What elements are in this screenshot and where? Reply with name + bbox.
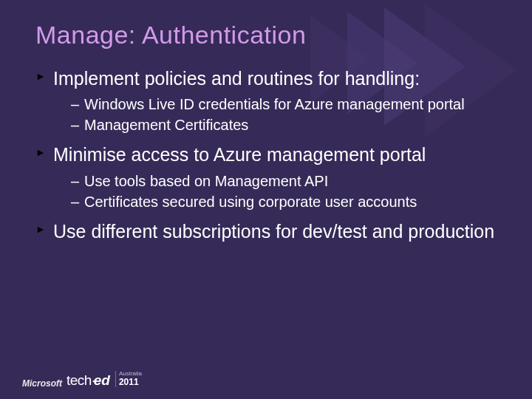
bullet-level1: Implement policies and routines for hand… [35, 67, 502, 90]
region-label: Australia 2011 [115, 371, 142, 387]
bullet-level2: Use tools based on Management API [71, 171, 502, 191]
bullet-list: Implement policies and routines for hand… [35, 67, 502, 243]
slide: Manage: Authentication Implement policie… [0, 0, 532, 399]
bullet-level1: Use different subscriptions for dev/test… [35, 220, 502, 243]
footer-logo: Microsoft tech· ed Australia 2011 [22, 371, 142, 389]
slide-title: Manage: Authentication [35, 21, 502, 50]
bullet-level2: Management Certificates [71, 115, 502, 134]
bullet-level1: Minimise access to Azure management port… [35, 143, 502, 166]
bullet-level2: Windows Live ID credentials for Azure ma… [71, 95, 502, 114]
bullet-level2: Certificates secured using corporate use… [71, 192, 502, 211]
teched-wordmark: tech· ed [66, 372, 110, 389]
microsoft-wordmark: Microsoft [22, 378, 62, 389]
